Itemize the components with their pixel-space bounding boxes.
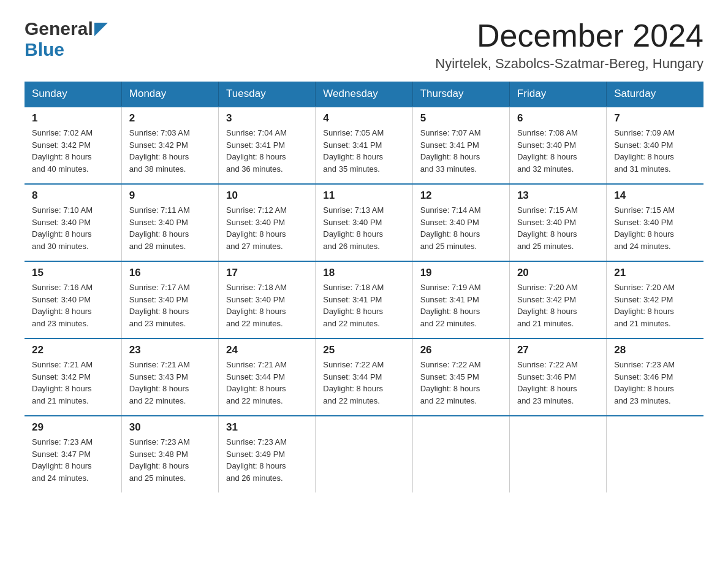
table-row: 16 Sunrise: 7:17 AMSunset: 3:40 PMDaylig…	[121, 261, 218, 339]
day-number: 20	[517, 267, 599, 279]
day-info: Sunrise: 7:11 AMSunset: 3:40 PMDaylight:…	[129, 204, 211, 252]
table-row: 24 Sunrise: 7:21 AMSunset: 3:44 PMDaylig…	[219, 339, 316, 416]
table-row: 2 Sunrise: 7:03 AMSunset: 3:42 PMDayligh…	[121, 107, 218, 184]
day-info: Sunrise: 7:20 AMSunset: 3:42 PMDaylight:…	[614, 282, 696, 329]
day-info: Sunrise: 7:05 AMSunset: 3:41 PMDaylight:…	[323, 127, 404, 175]
day-number: 1	[32, 112, 114, 124]
day-number: 8	[32, 190, 114, 202]
day-number: 12	[420, 190, 502, 202]
day-info: Sunrise: 7:21 AMSunset: 3:43 PMDaylight:…	[129, 359, 211, 407]
table-row: 14 Sunrise: 7:15 AMSunset: 3:40 PMDaylig…	[607, 184, 703, 261]
logo: General Blue	[25, 18, 108, 60]
table-row: 13 Sunrise: 7:15 AMSunset: 3:40 PMDaylig…	[509, 184, 606, 261]
day-number: 24	[226, 344, 308, 356]
day-number: 17	[226, 267, 308, 279]
day-info: Sunrise: 7:18 AMSunset: 3:41 PMDaylight:…	[323, 282, 404, 329]
calendar-header-row: Sunday Monday Tuesday Wednesday Thursday…	[25, 82, 703, 107]
day-number: 16	[129, 267, 211, 279]
logo-text-blue: Blue	[25, 39, 64, 59]
day-number: 26	[420, 344, 502, 356]
day-number: 31	[226, 421, 308, 434]
calendar-week-row: 22 Sunrise: 7:21 AMSunset: 3:42 PMDaylig…	[25, 339, 703, 416]
table-row: 4 Sunrise: 7:05 AMSunset: 3:41 PMDayligh…	[316, 107, 412, 184]
day-info: Sunrise: 7:16 AMSunset: 3:40 PMDaylight:…	[32, 282, 114, 329]
day-info: Sunrise: 7:17 AMSunset: 3:40 PMDaylight:…	[129, 282, 211, 329]
day-number: 25	[323, 344, 404, 356]
table-row: 29 Sunrise: 7:23 AMSunset: 3:47 PMDaylig…	[25, 416, 121, 492]
day-info: Sunrise: 7:21 AMSunset: 3:42 PMDaylight:…	[32, 359, 114, 407]
table-row: 30 Sunrise: 7:23 AMSunset: 3:48 PMDaylig…	[121, 416, 218, 492]
table-row	[316, 416, 412, 492]
day-info: Sunrise: 7:07 AMSunset: 3:41 PMDaylight:…	[420, 127, 502, 175]
day-info: Sunrise: 7:23 AMSunset: 3:48 PMDaylight:…	[129, 436, 211, 484]
header-friday: Friday	[509, 82, 606, 107]
day-number: 5	[420, 112, 502, 124]
table-row: 1 Sunrise: 7:02 AMSunset: 3:42 PMDayligh…	[25, 107, 121, 184]
table-row: 11 Sunrise: 7:13 AMSunset: 3:40 PMDaylig…	[316, 184, 412, 261]
table-row: 9 Sunrise: 7:11 AMSunset: 3:40 PMDayligh…	[121, 184, 218, 261]
day-number: 29	[32, 421, 114, 434]
day-info: Sunrise: 7:23 AMSunset: 3:47 PMDaylight:…	[32, 436, 114, 484]
header-saturday: Saturday	[607, 82, 703, 107]
header-tuesday: Tuesday	[219, 82, 316, 107]
day-number: 22	[32, 344, 114, 356]
table-row: 5 Sunrise: 7:07 AMSunset: 3:41 PMDayligh…	[412, 107, 509, 184]
table-row: 18 Sunrise: 7:18 AMSunset: 3:41 PMDaylig…	[316, 261, 412, 339]
day-info: Sunrise: 7:19 AMSunset: 3:41 PMDaylight:…	[420, 282, 502, 329]
day-number: 2	[129, 112, 211, 124]
day-info: Sunrise: 7:22 AMSunset: 3:46 PMDaylight:…	[517, 359, 599, 407]
day-info: Sunrise: 7:15 AMSunset: 3:40 PMDaylight:…	[517, 204, 599, 252]
day-info: Sunrise: 7:22 AMSunset: 3:45 PMDaylight:…	[420, 359, 502, 407]
day-number: 13	[517, 190, 599, 202]
day-info: Sunrise: 7:23 AMSunset: 3:49 PMDaylight:…	[226, 436, 308, 484]
day-number: 6	[517, 112, 599, 124]
table-row: 12 Sunrise: 7:14 AMSunset: 3:40 PMDaylig…	[412, 184, 509, 261]
day-info: Sunrise: 7:13 AMSunset: 3:40 PMDaylight:…	[323, 204, 404, 252]
table-row: 20 Sunrise: 7:20 AMSunset: 3:42 PMDaylig…	[509, 261, 606, 339]
header-thursday: Thursday	[412, 82, 509, 107]
table-row: 10 Sunrise: 7:12 AMSunset: 3:40 PMDaylig…	[219, 184, 316, 261]
day-number: 18	[323, 267, 404, 279]
table-row: 6 Sunrise: 7:08 AMSunset: 3:40 PMDayligh…	[509, 107, 606, 184]
day-number: 27	[517, 344, 599, 356]
header-monday: Monday	[121, 82, 218, 107]
table-row: 17 Sunrise: 7:18 AMSunset: 3:40 PMDaylig…	[219, 261, 316, 339]
day-number: 14	[614, 190, 696, 202]
day-info: Sunrise: 7:02 AMSunset: 3:42 PMDaylight:…	[32, 127, 114, 175]
day-info: Sunrise: 7:09 AMSunset: 3:40 PMDaylight:…	[614, 127, 696, 175]
day-info: Sunrise: 7:10 AMSunset: 3:40 PMDaylight:…	[32, 204, 114, 252]
location-title: Nyirtelek, Szabolcs-Szatmar-Bereg, Hunga…	[435, 56, 703, 72]
day-number: 15	[32, 267, 114, 279]
day-number: 21	[614, 267, 696, 279]
table-row: 22 Sunrise: 7:21 AMSunset: 3:42 PMDaylig…	[25, 339, 121, 416]
day-info: Sunrise: 7:14 AMSunset: 3:40 PMDaylight:…	[420, 204, 502, 252]
calendar-week-row: 15 Sunrise: 7:16 AMSunset: 3:40 PMDaylig…	[25, 261, 703, 339]
calendar-week-row: 29 Sunrise: 7:23 AMSunset: 3:47 PMDaylig…	[25, 416, 703, 492]
day-number: 9	[129, 190, 211, 202]
page-header: General Blue December 2024 Nyirtelek, Sz…	[25, 18, 703, 72]
day-number: 23	[129, 344, 211, 356]
title-section: December 2024 Nyirtelek, Szabolcs-Szatma…	[435, 18, 703, 72]
calendar-week-row: 1 Sunrise: 7:02 AMSunset: 3:42 PMDayligh…	[25, 107, 703, 184]
table-row: 23 Sunrise: 7:21 AMSunset: 3:43 PMDaylig…	[121, 339, 218, 416]
day-number: 19	[420, 267, 502, 279]
day-info: Sunrise: 7:15 AMSunset: 3:40 PMDaylight:…	[614, 204, 696, 252]
svg-marker-0	[94, 23, 108, 36]
table-row	[509, 416, 606, 492]
day-info: Sunrise: 7:08 AMSunset: 3:40 PMDaylight:…	[517, 127, 599, 175]
day-info: Sunrise: 7:18 AMSunset: 3:40 PMDaylight:…	[226, 282, 308, 329]
day-number: 11	[323, 190, 404, 202]
table-row: 27 Sunrise: 7:22 AMSunset: 3:46 PMDaylig…	[509, 339, 606, 416]
table-row: 31 Sunrise: 7:23 AMSunset: 3:49 PMDaylig…	[219, 416, 316, 492]
table-row: 26 Sunrise: 7:22 AMSunset: 3:45 PMDaylig…	[412, 339, 509, 416]
day-info: Sunrise: 7:12 AMSunset: 3:40 PMDaylight:…	[226, 204, 308, 252]
month-title: December 2024	[435, 18, 703, 53]
logo-text-general: General	[25, 18, 93, 39]
calendar-table: Sunday Monday Tuesday Wednesday Thursday…	[25, 82, 703, 492]
table-row	[412, 416, 509, 492]
day-number: 10	[226, 190, 308, 202]
table-row: 8 Sunrise: 7:10 AMSunset: 3:40 PMDayligh…	[25, 184, 121, 261]
header-sunday: Sunday	[25, 82, 121, 107]
table-row: 28 Sunrise: 7:23 AMSunset: 3:46 PMDaylig…	[607, 339, 703, 416]
day-info: Sunrise: 7:21 AMSunset: 3:44 PMDaylight:…	[226, 359, 308, 407]
